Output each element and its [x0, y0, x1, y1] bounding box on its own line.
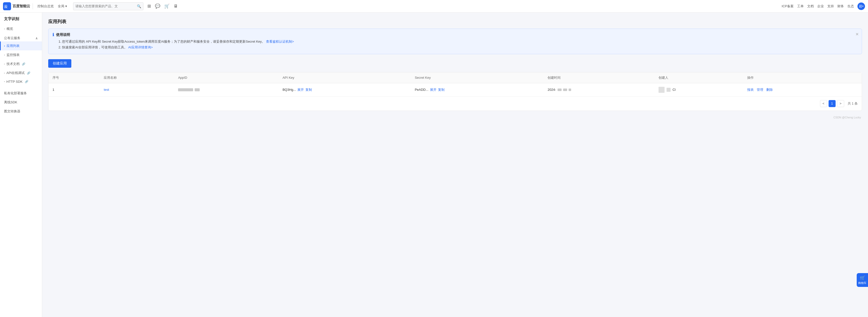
sidebar-group-public-cloud[interactable]: 公有云服务 ∧	[0, 33, 42, 41]
notice-close-button[interactable]: ✕	[856, 32, 859, 37]
action-report[interactable]: 报表	[747, 87, 754, 92]
notice-title: 使用说明	[56, 33, 70, 37]
nav-scope[interactable]: 全局 ▾	[56, 4, 69, 8]
secretkey-value: PeADD...	[415, 88, 428, 92]
notice-line-2: 2. 快速搜索AI全部应用详情，可使用自助工具。 AI应用详情查询>	[59, 44, 858, 50]
sidebar-item-label: 图文转换器	[4, 109, 20, 114]
sidebar: 文字识别 • 概览 公有云服务 ∧ • 应用列表 • 监控报表 • 技术文档 🔗…	[0, 12, 42, 317]
notice-link-1[interactable]: 查看鉴权认证机制>	[266, 40, 294, 43]
sidebar-item-tech-docs[interactable]: • 技术文档 🔗	[0, 60, 42, 68]
search-box[interactable]: 🔍	[73, 2, 144, 10]
th-creator: 创建人	[654, 72, 743, 83]
creator-cell: Cl	[658, 87, 739, 93]
sidebar-item-label: 概览	[6, 27, 13, 31]
external-link-icon: 🔗	[22, 63, 25, 66]
nav-home[interactable]: 控制台总览	[35, 4, 56, 8]
float-cart[interactable]: 🛒 购物车	[857, 273, 868, 287]
date-masked-3	[569, 89, 571, 91]
sidebar-item-monitor[interactable]: • 监控报表	[0, 50, 42, 60]
table: 序号 应用名称 AppID API Key Secret Key 创建时间 创建…	[49, 72, 862, 96]
nav-ticket[interactable]: 工单	[797, 4, 804, 8]
apps-icon[interactable]: ⊞	[148, 3, 151, 9]
appid-masked-2	[195, 88, 200, 91]
td-apikey: BQ3Hg... 展开 复制	[279, 83, 411, 96]
pagination-next[interactable]: >	[837, 100, 844, 107]
message-icon[interactable]: 💬	[155, 3, 160, 9]
nav-support[interactable]: 支持	[827, 4, 834, 8]
apikey-copy[interactable]: 复制	[305, 87, 312, 92]
sidebar-item-api-debug[interactable]: • API在线调试 🔗	[0, 68, 42, 77]
creator-avatar	[658, 87, 664, 93]
svg-text:云: 云	[4, 4, 7, 8]
action-delete[interactable]: 删除	[766, 87, 773, 92]
sidebar-item-label: 应用列表	[6, 44, 20, 48]
sidebar-item-label: API在线调试	[6, 71, 25, 75]
nav-eco[interactable]: 生态	[847, 4, 854, 8]
th-created: 创建时间	[544, 72, 654, 83]
search-input[interactable]	[75, 4, 137, 8]
chevron-up-icon: ∧	[35, 36, 38, 40]
float-cart-label: 购物车	[858, 281, 867, 285]
apikey-cell: BQ3Hg... 展开 复制	[283, 87, 407, 92]
creator-name: Cl	[673, 88, 676, 92]
sidebar-dot: •	[4, 63, 5, 66]
sidebar-dot: •	[4, 80, 5, 83]
secretkey-expand[interactable]: 展开	[430, 87, 436, 92]
sidebar-item-http-sdk[interactable]: • HTTP SDK 🔗	[0, 77, 42, 86]
creator-doc-icon	[666, 88, 671, 92]
action-manage[interactable]: 管理	[757, 87, 763, 92]
nav-enterprise[interactable]: 企业	[817, 4, 824, 8]
table-header-row: 序号 应用名称 AppID API Key Secret Key 创建时间 创建…	[49, 72, 862, 83]
logo[interactable]: 云 百度智能云	[3, 2, 30, 10]
date-masked-2	[563, 89, 567, 91]
td-appid	[174, 83, 279, 96]
nav-finance[interactable]: 财务	[837, 4, 844, 8]
sidebar-item-private-deploy[interactable]: 私有化部署服务	[0, 89, 42, 98]
sidebar-item-label: 公有云服务	[4, 36, 20, 40]
table-row: 1 test BQ3Hg...	[49, 83, 862, 96]
nav-docs[interactable]: 文档	[807, 4, 814, 8]
chevron-down-icon: ▾	[65, 4, 67, 8]
th-apikey: API Key	[279, 72, 411, 83]
th-action: 操作	[743, 72, 862, 83]
td-creator: Cl	[654, 83, 743, 96]
notice-box: ℹ 使用说明 1. 您可通过应用的 API Key和 Secret Key获取A…	[48, 29, 862, 54]
pagination-prev[interactable]: <	[820, 100, 827, 107]
cart-icon[interactable]: 🛒	[164, 3, 169, 9]
secretkey-copy[interactable]: 复制	[438, 87, 444, 92]
sidebar-item-label: 监控报表	[6, 53, 20, 57]
sidebar-item-overview[interactable]: • 概览	[0, 24, 42, 33]
info-icon: ℹ	[53, 32, 54, 37]
sidebar-title: 文字识别	[0, 16, 42, 24]
apikey-value: BQ3Hg...	[283, 88, 296, 92]
main-content: 应用列表 ℹ 使用说明 1. 您可通过应用的 API Key和 Secret K…	[42, 12, 868, 317]
notice-link-2[interactable]: AI应用详情查询>	[128, 45, 153, 49]
notice-line-1: 1. 您可通过应用的 API Key和 Secret Key获取Access_t…	[59, 39, 858, 44]
td-actions: 报表 管理 删除	[743, 83, 862, 96]
sidebar-active-dot: •	[4, 45, 5, 47]
appid-cell	[178, 88, 275, 91]
sidebar-item-label: HTTP SDK	[6, 80, 23, 83]
external-link-icon: 🔗	[25, 80, 28, 83]
notice-header: ℹ 使用说明	[53, 32, 858, 37]
create-app-button[interactable]: 创建应用	[48, 59, 71, 68]
monitor-icon[interactable]: 🖥	[174, 4, 178, 9]
appid-masked	[178, 88, 193, 91]
nav-icp[interactable]: ICP备案	[782, 4, 794, 8]
nav-divider	[33, 3, 33, 9]
notice-content: 1. 您可通过应用的 API Key和 Secret Key获取Access_t…	[53, 39, 858, 50]
sidebar-dot: •	[4, 54, 5, 57]
pagination-current[interactable]: 1	[829, 100, 836, 107]
chevron-down-icon: ▾	[862, 5, 864, 7]
th-name: 应用名称	[100, 72, 174, 83]
apikey-expand[interactable]: 展开	[298, 87, 304, 92]
app-name-link[interactable]: test	[104, 88, 109, 92]
sidebar-item-doc-converter[interactable]: 图文转换器	[0, 107, 42, 116]
sidebar-item-label: 技术文档	[6, 62, 20, 66]
footer: CSDN @Cheng Lucky	[48, 116, 862, 119]
sidebar-item-app-list[interactable]: • 应用列表	[0, 41, 42, 50]
topnav-icon-group: ⊞ 💬 🛒 🖥	[148, 3, 178, 9]
user-avatar[interactable]: 超 ▾	[858, 2, 865, 10]
sidebar-item-offline-sdk[interactable]: 离线SDK	[0, 98, 42, 107]
sidebar-item-label: 离线SDK	[4, 100, 17, 105]
